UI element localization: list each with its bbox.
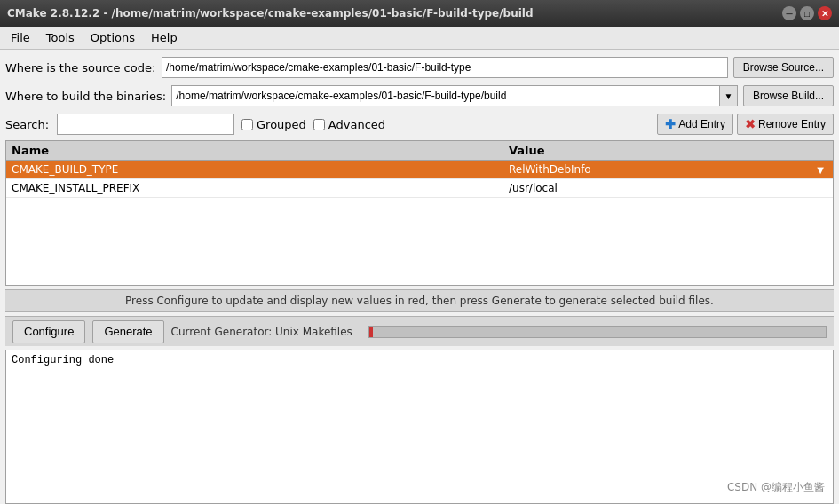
cell-value-text-1: /usr/local <box>509 182 827 194</box>
minimize-button[interactable]: ─ <box>782 6 796 20</box>
remove-entry-label: Remove Entry <box>758 118 826 130</box>
watermark: CSDN @编程小鱼酱 <box>727 480 825 495</box>
output-area: Configuring done <box>5 350 834 504</box>
status-message: Press Configure to update and display ne… <box>5 289 834 312</box>
browse-source-button[interactable]: Browse Source... <box>733 57 834 78</box>
add-entry-label: Add Entry <box>678 118 725 130</box>
cell-name-0: CMAKE_BUILD_TYPE <box>6 161 503 178</box>
maximize-button[interactable]: □ <box>800 6 814 20</box>
toolbar-right: ✚ Add Entry ✖ Remove Entry <box>657 114 834 135</box>
table-row[interactable]: CMAKE_BUILD_TYPE RelWithDebInfo ▼ <box>6 161 833 179</box>
source-input[interactable] <box>162 57 728 78</box>
bottom-bar: Configure Generate Current Generator: Un… <box>5 316 834 346</box>
remove-entry-button[interactable]: ✖ Remove Entry <box>737 114 834 135</box>
table-row[interactable]: CMAKE_INSTALL_PREFIX /usr/local <box>6 179 833 198</box>
add-entry-button[interactable]: ✚ Add Entry <box>657 114 733 135</box>
menu-options[interactable]: Options <box>83 29 142 46</box>
configure-button[interactable]: Configure <box>12 320 85 343</box>
search-input[interactable] <box>57 114 234 135</box>
window-title: CMake 2.8.12.2 - /home/matrim/workspace/… <box>7 7 534 20</box>
generator-label: Current Generator: Unix Makefiles <box>171 326 352 338</box>
grouped-checkbox-group: Grouped <box>241 118 306 131</box>
generate-button[interactable]: Generate <box>92 320 163 343</box>
table-area: Name Value CMAKE_BUILD_TYPE RelWithDebIn… <box>5 140 834 286</box>
plus-icon: ✚ <box>665 117 676 131</box>
cell-name-1: CMAKE_INSTALL_PREFIX <box>6 179 503 197</box>
grouped-checkbox[interactable] <box>241 119 253 130</box>
build-dropdown-button[interactable]: ▼ <box>719 86 737 106</box>
menu-file[interactable]: File <box>4 29 37 46</box>
cell-value-0: RelWithDebInfo ▼ <box>503 161 833 178</box>
advanced-label[interactable]: Advanced <box>328 118 385 131</box>
col-name-header: Name <box>6 141 503 160</box>
menu-tools[interactable]: Tools <box>39 29 82 46</box>
source-label: Where is the source code: <box>5 61 156 75</box>
progress-bar <box>368 326 827 338</box>
cell-dropdown-0[interactable]: ▼ <box>813 163 827 176</box>
grouped-label[interactable]: Grouped <box>257 118 306 131</box>
browse-build-button[interactable]: Browse Build... <box>743 85 834 106</box>
progress-bar-fill <box>369 327 373 337</box>
source-row: Where is the source code: Browse Source.… <box>5 55 834 80</box>
titlebar: CMake 2.8.12.2 - /home/matrim/workspace/… <box>0 0 839 27</box>
close-button[interactable]: ✕ <box>818 6 832 20</box>
menu-help[interactable]: Help <box>144 29 185 46</box>
search-label: Search: <box>5 118 50 131</box>
advanced-checkbox[interactable] <box>313 119 325 130</box>
col-value-header: Value <box>503 141 833 160</box>
table-section: Name Value CMAKE_BUILD_TYPE RelWithDebIn… <box>5 140 834 286</box>
x-icon: ✖ <box>745 117 756 131</box>
window-controls: ─ □ ✕ <box>782 6 832 20</box>
search-row: Search: Grouped Advanced ✚ Add Entry ✖ R… <box>5 112 834 137</box>
build-label: Where to build the binaries: <box>5 90 166 103</box>
advanced-checkbox-group: Advanced <box>313 118 385 131</box>
build-input[interactable] <box>172 88 719 104</box>
table-header: Name Value <box>6 141 833 161</box>
menubar: File Tools Options Help <box>0 27 839 50</box>
cell-value-text-0: RelWithDebInfo <box>509 163 813 176</box>
build-input-wrapper: ▼ <box>171 85 738 106</box>
build-row: Where to build the binaries: ▼ Browse Bu… <box>5 83 834 108</box>
cell-value-1: /usr/local <box>503 179 833 197</box>
